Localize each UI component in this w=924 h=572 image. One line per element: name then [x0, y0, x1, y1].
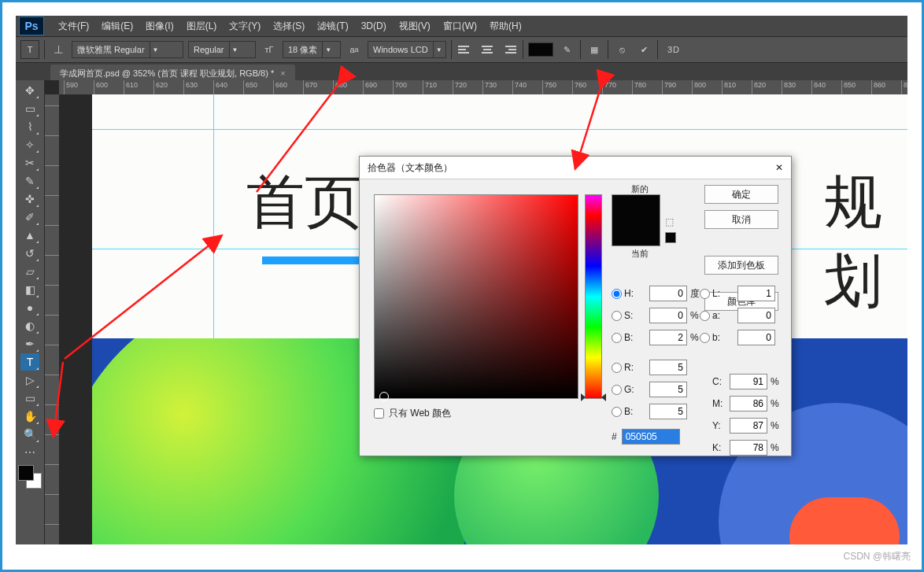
- magic-wand-tool[interactable]: ✧: [20, 136, 39, 153]
- foreground-background-swatch[interactable]: [18, 465, 42, 489]
- pen-tool[interactable]: ✒: [20, 335, 39, 352]
- document-tab[interactable]: 学成网首页.psd @ 352% (首页 课程 职业规划, RGB/8) * ×: [50, 65, 295, 82]
- dialog-titlebar[interactable]: 拾色器（文本颜色） ✕: [360, 157, 791, 179]
- menu-edit[interactable]: 编辑(E): [95, 20, 139, 33]
- align-center-button[interactable]: [479, 41, 496, 58]
- r-radio-label[interactable]: R:: [612, 362, 649, 373]
- h-radio[interactable]: [612, 289, 622, 299]
- menu-select[interactable]: 选择(S): [267, 20, 311, 33]
- canvas-text-plan[interactable]: 规 划: [824, 164, 907, 321]
- foreground-color[interactable]: [18, 465, 34, 481]
- b-input[interactable]: [649, 330, 687, 345]
- text-color-swatch[interactable]: [528, 42, 553, 57]
- bch-radio-label[interactable]: B:: [612, 406, 649, 417]
- vertical-ruler[interactable]: [45, 94, 60, 544]
- gradient-tool[interactable]: ◧: [20, 281, 39, 298]
- menu-image[interactable]: 图像(I): [139, 20, 179, 33]
- hex-input[interactable]: [622, 429, 680, 445]
- stamp-tool[interactable]: ▲: [20, 227, 39, 244]
- g-radio[interactable]: [612, 385, 622, 395]
- new-color-swatch[interactable]: [612, 195, 660, 222]
- g-input[interactable]: [649, 382, 687, 397]
- antialias-combo[interactable]: Windows LCD▼: [368, 41, 446, 58]
- type-tool[interactable]: T: [20, 353, 39, 371]
- a-radio[interactable]: [700, 311, 710, 321]
- chevron-down-icon[interactable]: ▼: [150, 42, 161, 57]
- ok-button[interactable]: 确定: [704, 185, 778, 204]
- sb-cursor[interactable]: [379, 392, 389, 401]
- zoom-tool[interactable]: 🔍: [20, 426, 39, 443]
- blur-tool[interactable]: ●: [20, 299, 39, 316]
- font-size-combo[interactable]: 18 像素▼: [283, 41, 341, 58]
- c-input[interactable]: [730, 374, 767, 389]
- 3d-button[interactable]: 3D: [663, 41, 685, 58]
- crop-tool[interactable]: ✂: [20, 154, 39, 172]
- add-swatch-button[interactable]: 添加到色板: [704, 256, 778, 275]
- warp-text-button[interactable]: ✎: [558, 41, 575, 58]
- hue-slider[interactable]: [585, 194, 602, 399]
- bch-radio[interactable]: [612, 407, 622, 417]
- guide-line[interactable]: [213, 94, 214, 338]
- healing-brush-tool[interactable]: ✜: [20, 190, 39, 208]
- h-input[interactable]: [649, 286, 687, 301]
- text-orientation-toggle[interactable]: 丄: [50, 41, 67, 58]
- chevron-down-icon[interactable]: ▼: [229, 42, 241, 57]
- chevron-down-icon[interactable]: ▼: [433, 42, 445, 57]
- m-input[interactable]: [730, 396, 767, 411]
- shape-tool[interactable]: ▭: [20, 389, 39, 407]
- brush-tool[interactable]: ✐: [20, 209, 39, 226]
- menu-3d[interactable]: 3D(D): [355, 20, 393, 31]
- path-selection-tool[interactable]: ▷: [20, 371, 39, 389]
- l-radio[interactable]: [700, 289, 710, 299]
- menu-file[interactable]: 文件(F): [52, 20, 95, 33]
- canvas-text-home[interactable]: 首页: [246, 164, 363, 242]
- horizontal-ruler[interactable]: 5906006106206306406506606706806907007107…: [59, 80, 907, 95]
- edit-toolbar[interactable]: ⋯: [20, 444, 39, 461]
- close-tab-icon[interactable]: ×: [280, 68, 285, 78]
- h-radio-label[interactable]: H:: [612, 288, 649, 299]
- g-radio-label[interactable]: G:: [612, 384, 649, 395]
- b-radio[interactable]: [612, 333, 622, 343]
- cancel-edit-button[interactable]: ⦸: [613, 41, 630, 58]
- current-tool-indicator[interactable]: T: [20, 40, 39, 59]
- eraser-tool[interactable]: ▱: [20, 263, 39, 280]
- character-panel-button[interactable]: ▦: [586, 41, 603, 58]
- align-left-button[interactable]: [456, 41, 474, 58]
- guide-line[interactable]: [92, 129, 907, 130]
- s-radio[interactable]: [612, 311, 622, 321]
- marquee-tool[interactable]: ▭: [20, 100, 39, 117]
- lab-b-radio-label[interactable]: b:: [700, 332, 737, 343]
- dodge-tool[interactable]: ◐: [20, 317, 39, 334]
- bch-input[interactable]: [649, 404, 687, 419]
- s-radio-label[interactable]: S:: [612, 310, 649, 321]
- cancel-button[interactable]: 取消: [704, 210, 778, 229]
- l-input[interactable]: [737, 286, 775, 301]
- font-family-combo[interactable]: 微软雅黑 Regular▼: [72, 41, 183, 58]
- s-input[interactable]: [649, 308, 687, 323]
- menu-filter[interactable]: 滤镜(T): [311, 20, 354, 33]
- menu-help[interactable]: 帮助(H): [483, 20, 528, 33]
- menu-layer[interactable]: 图层(L): [180, 20, 224, 33]
- menu-type[interactable]: 文字(Y): [223, 20, 267, 33]
- l-radio-label[interactable]: L:: [700, 288, 737, 299]
- history-brush-tool[interactable]: ↺: [20, 245, 39, 262]
- r-input[interactable]: [649, 360, 687, 375]
- lasso-tool[interactable]: ⌇: [20, 118, 39, 135]
- menu-view[interactable]: 视图(V): [393, 20, 437, 33]
- lab-b-input[interactable]: [737, 330, 775, 345]
- close-icon[interactable]: ✕: [775, 162, 783, 173]
- current-color-swatch[interactable]: [612, 222, 660, 245]
- eyedropper-tool[interactable]: ✎: [20, 172, 39, 190]
- a-radio-label[interactable]: a:: [700, 310, 737, 321]
- y-input[interactable]: [730, 418, 767, 434]
- hand-tool[interactable]: ✋: [20, 408, 39, 425]
- web-colors-checkbox[interactable]: [374, 408, 384, 419]
- chevron-down-icon[interactable]: ▼: [322, 42, 334, 57]
- menu-window[interactable]: 窗口(W): [437, 20, 483, 33]
- commit-edit-button[interactable]: ✔: [635, 41, 652, 58]
- font-style-combo[interactable]: Regular▼: [188, 41, 256, 58]
- b-radio-label[interactable]: B:: [612, 332, 649, 343]
- move-tool[interactable]: ✥: [20, 82, 39, 99]
- websafe-swatch[interactable]: [665, 232, 676, 243]
- cube-icon[interactable]: ⬚: [665, 216, 674, 227]
